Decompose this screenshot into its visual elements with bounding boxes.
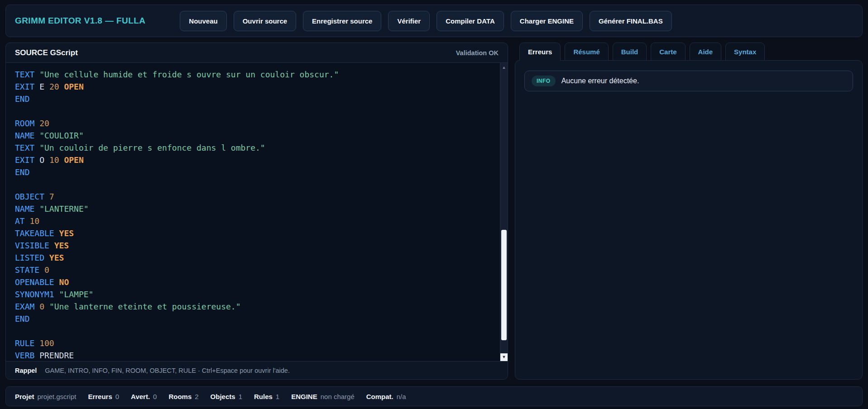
status-item: Projetprojet.gscript bbox=[15, 393, 76, 400]
code-line: NAME "LANTERNE" bbox=[15, 203, 489, 215]
tab-syntax[interactable]: Syntax bbox=[725, 43, 765, 61]
code-line: EXIT E 20 OPEN bbox=[15, 81, 489, 93]
code-line: TEXT "Une cellule humide et froide s ouv… bbox=[15, 68, 489, 81]
toolbar-button[interactable]: Enregistrer source bbox=[303, 11, 381, 31]
code-line bbox=[15, 105, 489, 117]
toolbar-button[interactable]: Ouvrir source bbox=[234, 11, 296, 31]
code-line: EXIT O 10 OPEN bbox=[15, 154, 489, 166]
status-item: Erreurs0 bbox=[88, 393, 119, 400]
source-panel-footer: Rappel GAME, INTRO, INFO, FIN, ROOM, OBJ… bbox=[6, 361, 508, 379]
tabs-row: ErreursRésuméBuildCarteAideSyntax bbox=[515, 43, 863, 61]
rappel-hint: GAME, INTRO, INFO, FIN, ROOM, OBJECT, RU… bbox=[45, 367, 290, 374]
status-bar-items: Projetprojet.gscriptErreurs0Avert.0Rooms… bbox=[15, 393, 406, 400]
code-editor[interactable]: TEXT "Une cellule humide et froide s ouv… bbox=[6, 63, 508, 361]
status-item: Compat.n/a bbox=[366, 393, 406, 400]
code-line: OBJECT 7 bbox=[15, 190, 489, 203]
code-line: END bbox=[15, 166, 489, 178]
status-item: Rules1 bbox=[254, 393, 279, 400]
status-item: Rooms2 bbox=[168, 393, 198, 400]
info-box: INFO Aucune erreur détectée. bbox=[524, 71, 853, 91]
code-line: END bbox=[15, 313, 489, 325]
toolbar-button[interactable]: Compiler DATA bbox=[436, 11, 504, 31]
toolbar-button[interactable]: Générer FINAL.BAS bbox=[590, 11, 672, 31]
tab-resume[interactable]: Résumé bbox=[565, 43, 608, 61]
toolbar-button[interactable]: Charger ENGINE bbox=[511, 11, 583, 31]
scroll-up-icon[interactable]: ▲ bbox=[500, 64, 508, 71]
code-line: AT 10 bbox=[15, 215, 489, 227]
code-line bbox=[15, 325, 489, 337]
info-badge: INFO bbox=[532, 76, 556, 86]
code-line bbox=[15, 178, 489, 190]
info-message: Aucune erreur détectée. bbox=[561, 77, 639, 85]
source-panel-title: SOURCE GScript bbox=[15, 48, 78, 57]
results-panel: ErreursRésuméBuildCarteAideSyntax INFO A… bbox=[515, 43, 863, 380]
tab-aide[interactable]: Aide bbox=[690, 43, 722, 61]
results-body: INFO Aucune erreur détectée. bbox=[515, 60, 863, 380]
source-panel: SOURCE GScript Validation OK TEXT "Une c… bbox=[5, 43, 508, 380]
tab-erreurs[interactable]: Erreurs bbox=[519, 43, 561, 61]
validation-status: Validation OK bbox=[456, 49, 499, 57]
status-item: Avert.0 bbox=[131, 393, 157, 400]
code-line: SYNONYM1 "LAMPE" bbox=[15, 288, 489, 300]
code-line: OPENABLE NO bbox=[15, 276, 489, 288]
scrollbar-thumb[interactable] bbox=[501, 230, 507, 340]
code-line: EXAM 0 "Une lanterne eteinte et poussier… bbox=[15, 300, 489, 313]
rappel-label: Rappel bbox=[15, 367, 37, 374]
tab-carte[interactable]: Carte bbox=[651, 43, 685, 61]
toolbar-button[interactable]: Nouveau bbox=[180, 11, 226, 31]
status-bar: Projetprojet.gscriptErreurs0Avert.0Rooms… bbox=[5, 386, 863, 406]
source-panel-header: SOURCE GScript Validation OK bbox=[6, 43, 508, 63]
status-item: Objects1 bbox=[211, 393, 242, 400]
code-line: ROOM 20 bbox=[15, 117, 489, 129]
top-bar: GRIMM EDITOR V1.8 — FULLA NouveauOuvrir … bbox=[5, 5, 863, 37]
code-line: END bbox=[15, 93, 489, 105]
status-item: ENGINEnon chargé bbox=[291, 393, 355, 400]
app-title: GRIMM EDITOR V1.8 — FULLA bbox=[15, 16, 145, 26]
code-lines: TEXT "Une cellule humide et froide s ouv… bbox=[6, 63, 508, 361]
code-line: STATE 0 bbox=[15, 264, 489, 276]
code-line: VERB PRENDRE bbox=[15, 349, 489, 361]
scrollbar[interactable]: ▲ ▼ bbox=[500, 63, 508, 361]
code-line: NAME "COULOIR" bbox=[15, 129, 489, 142]
app-root: GRIMM EDITOR V1.8 — FULLA NouveauOuvrir … bbox=[0, 0, 868, 409]
tab-build[interactable]: Build bbox=[613, 43, 647, 61]
toolbar-button[interactable]: Vérifier bbox=[388, 11, 430, 31]
code-line: VISIBLE YES bbox=[15, 239, 489, 252]
code-line: TAKEABLE YES bbox=[15, 227, 489, 239]
toolbar: NouveauOuvrir sourceEnregistrer sourceVé… bbox=[180, 11, 671, 31]
main-area: SOURCE GScript Validation OK TEXT "Une c… bbox=[5, 43, 863, 380]
code-line: RULE 100 bbox=[15, 337, 489, 349]
scroll-down-icon[interactable]: ▼ bbox=[500, 353, 508, 361]
code-line: TEXT "Un couloir de pierre s enfonce dan… bbox=[15, 142, 489, 154]
code-line: LISTED YES bbox=[15, 252, 489, 264]
